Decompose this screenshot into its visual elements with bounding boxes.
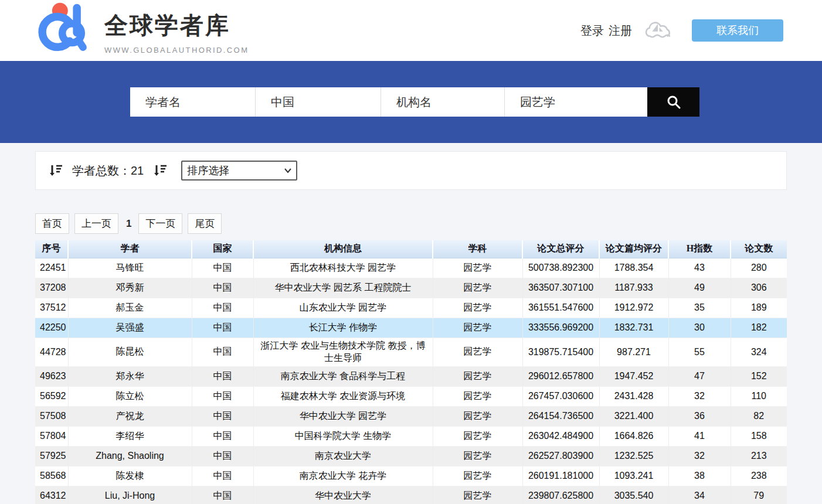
table-cell: 34 — [668, 486, 731, 504]
table-cell: 37512 — [35, 298, 68, 318]
table-cell: 306 — [731, 278, 787, 298]
table-cell: 中国 — [192, 298, 253, 318]
table-cell: 363507.307100 — [522, 278, 599, 298]
table-cell: 郑永华 — [68, 366, 192, 386]
table-row[interactable]: 42250吴强盛中国长江大学 作物学园艺学333556.9692001832.7… — [35, 318, 787, 338]
table-row[interactable]: 57925Zhang, Shaoling中国南京农业大学园艺学262527.80… — [35, 446, 787, 466]
table-cell: 42250 — [35, 318, 68, 338]
table-cell: 长江大学 作物学 — [253, 318, 433, 338]
table-cell: 山东农业大学 园艺学 — [253, 298, 433, 318]
table-cell: 中国 — [192, 406, 253, 426]
table-cell: 园艺学 — [433, 426, 522, 446]
table-cell: 园艺学 — [433, 278, 522, 298]
table-cell: 1187.933 — [599, 278, 668, 298]
auth-links: 登录 注册 — [580, 23, 632, 39]
table-cell: 264154.736500 — [522, 406, 599, 426]
table-cell: 1832.731 — [599, 318, 668, 338]
search-button[interactable] — [647, 87, 699, 117]
table-cell: 2431.428 — [599, 386, 668, 406]
table-cell: 园艺学 — [433, 486, 522, 504]
table-cell: 22451 — [35, 258, 68, 278]
first-page-button[interactable]: 首页 — [35, 213, 69, 234]
table-row[interactable]: 64312Liu, Ji-Hong中国华中农业大学园艺学239807.62580… — [35, 486, 787, 504]
table-cell: 43 — [668, 258, 731, 278]
table-cell: 园艺学 — [433, 386, 522, 406]
table-cell: 3221.400 — [599, 406, 668, 426]
current-page-number: 1 — [126, 218, 131, 230]
next-page-button[interactable]: 下一页 — [138, 213, 182, 234]
table-cell: 西北农林科技大学 园艺学 — [253, 258, 433, 278]
table-cell: 1788.354 — [599, 258, 668, 278]
table-cell: 园艺学 — [433, 298, 522, 318]
sort-select-wrap: 排序选择 — [181, 161, 297, 181]
table-cell: 1093.241 — [599, 466, 668, 486]
table-cell: 37208 — [35, 278, 68, 298]
header-cell: 国家 — [192, 240, 253, 258]
table-row[interactable]: 37208邓秀新中国华中农业大学 园艺系 工程院院士园艺学363507.3071… — [35, 278, 787, 298]
table-cell: 陈发棣 — [68, 466, 192, 486]
table-row[interactable]: 58568陈发棣中国南京农业大学 花卉学园艺学260191.1810001093… — [35, 466, 787, 486]
table-cell: 238 — [731, 466, 787, 486]
table-cell: 福建农林大学 农业资源与环境 — [253, 386, 433, 406]
table-cell: 47 — [668, 366, 731, 386]
table-cell: 陈昆松 — [68, 338, 192, 366]
table-cell: 中国 — [192, 386, 253, 406]
table-cell: 吴强盛 — [68, 318, 192, 338]
discipline-input[interactable] — [505, 87, 647, 117]
table-row[interactable]: 22451马锋旺中国西北农林科技大学 园艺学园艺学500738.89230017… — [35, 258, 787, 278]
table-cell: 44728 — [35, 338, 68, 366]
prev-page-button[interactable]: 上一页 — [74, 213, 118, 234]
table-cell: 园艺学 — [433, 466, 522, 486]
table-cell: 82 — [731, 406, 787, 426]
table-row[interactable]: 57508产祝龙中国华中农业大学 园艺学园艺学264154.7365003221… — [35, 406, 787, 426]
table-cell: 38 — [668, 466, 731, 486]
table-cell: 319875.715400 — [522, 338, 599, 366]
table-cell: 1947.452 — [599, 366, 668, 386]
table-cell: 56592 — [35, 386, 68, 406]
table-cell: 49623 — [35, 366, 68, 386]
table-cell: 263042.484900 — [522, 426, 599, 446]
country-input[interactable] — [256, 87, 381, 117]
table-cell: 57925 — [35, 446, 68, 466]
table-cell: 1664.826 — [599, 426, 668, 446]
login-link[interactable]: 登录 — [580, 23, 604, 39]
table-cell: 500738.892300 — [522, 258, 599, 278]
sort-select[interactable]: 排序选择 — [181, 161, 297, 181]
table-cell: 中国 — [192, 366, 253, 386]
table-row[interactable]: 57804李绍华中国中国科学院大学 生物学园艺学263042.484900166… — [35, 426, 787, 446]
table-row[interactable]: 44728陈昆松中国浙江大学 农业与生物技术学院 教授，博士生导师园艺学3198… — [35, 338, 787, 366]
table-cell: 213 — [731, 446, 787, 466]
table-cell: 中国 — [192, 278, 253, 298]
table-header-row: 序号学者国家机构信息学科论文总评分论文篇均评分H指数论文数 — [35, 240, 787, 258]
table-cell: 58568 — [35, 466, 68, 486]
table-cell: 华中农业大学 — [253, 486, 433, 504]
register-link[interactable]: 注册 — [609, 23, 632, 39]
total-scholars-label: 学者总数：21 — [72, 163, 144, 179]
table-cell: 中国 — [192, 426, 253, 446]
scholar-name-input[interactable] — [130, 87, 256, 117]
site-logo[interactable] — [36, 1, 93, 56]
table-cell: 李绍华 — [68, 426, 192, 446]
cloud-sailboat-icon — [643, 19, 673, 42]
table-row[interactable]: 37512郝玉金中国山东农业大学 园艺学园艺学361551.5476001912… — [35, 298, 787, 318]
header-cell: 论文数 — [731, 240, 787, 258]
table-cell: 296012.657800 — [522, 366, 599, 386]
contact-us-button[interactable]: 联系我们 — [692, 19, 783, 42]
table-cell: 49 — [668, 278, 731, 298]
sort-amount-icon — [153, 164, 167, 178]
search-bar — [130, 87, 699, 117]
table-cell: 41 — [668, 426, 731, 446]
institution-name-input[interactable] — [381, 87, 505, 117]
table-row[interactable]: 56592陈立松中国福建农林大学 农业资源与环境园艺学267457.030600… — [35, 386, 787, 406]
table-cell: 邓秀新 — [68, 278, 192, 298]
table-cell: 57508 — [35, 406, 68, 426]
table-cell: 园艺学 — [433, 446, 522, 466]
scholar-table-wrap: 序号学者国家机构信息学科论文总评分论文篇均评分H指数论文数 22451马锋旺中国… — [35, 240, 787, 504]
pagination: 首页 上一页 1 下一页 尾页 — [35, 213, 822, 234]
table-cell: 36 — [668, 406, 731, 426]
table-row[interactable]: 49623郑永华中国南京农业大学 食品科学与工程园艺学296012.657800… — [35, 366, 787, 386]
table-cell: 园艺学 — [433, 406, 522, 426]
last-page-button[interactable]: 尾页 — [188, 213, 222, 234]
table-cell: 57804 — [35, 426, 68, 446]
header-cell: 学科 — [433, 240, 522, 258]
